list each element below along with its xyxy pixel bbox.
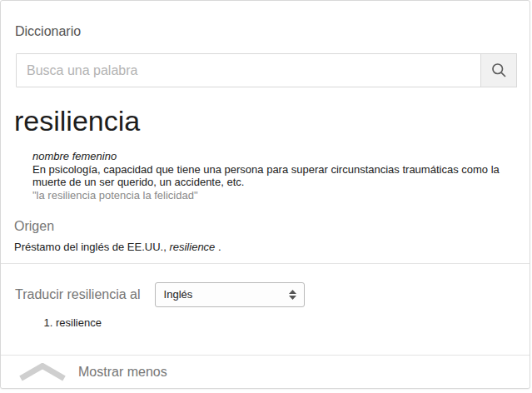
- search-bar: [16, 53, 517, 87]
- translations-list: resilience: [1, 316, 530, 330]
- translate-row: Traducir resiliencia al Inglés: [15, 282, 530, 307]
- example-sentence: "la resiliencia potencia la felicidad": [32, 189, 503, 202]
- chevron-up-icon: [17, 363, 67, 381]
- card-title: Diccionario: [15, 23, 515, 39]
- page: Diccionario resiliencia nombre femenino …: [0, 0, 532, 393]
- translate-label: Traducir resiliencia al: [15, 286, 141, 302]
- headword: resiliencia: [14, 106, 516, 136]
- origin-prefix: Préstamo del inglés de EE.UU.,: [14, 241, 169, 253]
- definition-text: En psicología, capacidad que tiene una p…: [32, 163, 503, 189]
- origin-text: Préstamo del inglés de EE.UU., resilienc…: [14, 241, 516, 254]
- origin-heading: Origen: [14, 218, 516, 234]
- language-select[interactable]: Inglés: [155, 282, 305, 307]
- search-button[interactable]: [480, 53, 517, 87]
- origin-suffix: .: [215, 241, 221, 253]
- translation-item: resilience: [56, 316, 530, 330]
- show-less-label: Mostrar menos: [78, 365, 167, 380]
- definition-block: nombre femenino En psicología, capacidad…: [32, 150, 503, 201]
- section-divider: [1, 263, 530, 264]
- dictionary-card: Diccionario resiliencia nombre femenino …: [0, 0, 530, 389]
- part-of-speech: nombre femenino: [32, 150, 503, 163]
- up-down-arrows-icon: [289, 290, 296, 300]
- search-input[interactable]: [16, 53, 481, 87]
- search-icon: [490, 62, 508, 79]
- language-select-value: Inglés: [156, 288, 193, 301]
- show-less-button[interactable]: Mostrar menos: [1, 355, 530, 388]
- origin-loanword: resilience: [169, 241, 215, 253]
